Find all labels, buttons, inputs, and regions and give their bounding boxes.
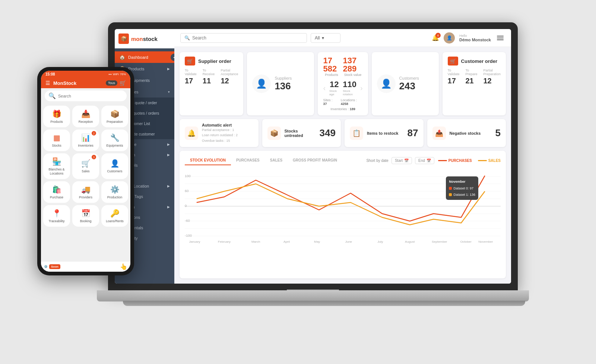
topbar-menu-button[interactable]	[495, 34, 505, 42]
calendar-icon: 📅	[404, 159, 409, 163]
phone-grid-item-products[interactable]: 🎁 Products	[43, 106, 70, 127]
phone-menu-icon[interactable]: ☰	[45, 80, 50, 86]
suppliers-icon: 👤	[252, 74, 271, 93]
tab-stock-evolution[interactable]: STOCK EVOLUTION	[185, 156, 231, 165]
phone-grid-item-reception[interactable]: 📥 Reception	[72, 106, 99, 127]
phone-status-bar: 15:08 ▪▪▪ WiFi 76%	[41, 71, 130, 78]
phone-grid-item-inventories[interactable]: 2 📊 Inventories	[72, 130, 99, 151]
phone-grid-item-booking[interactable]: 📅 Booking	[72, 205, 99, 227]
customer-order-card: 🛒 Customer order To validate 17	[443, 52, 506, 115]
phone-grid-item-stocks[interactable]: ▦ Stocks	[43, 130, 70, 151]
svg-text:March: March	[251, 240, 260, 243]
grid-label: Customers	[107, 169, 122, 173]
chart-end-input[interactable]: End 📅	[415, 157, 434, 164]
settings-icon[interactable]: ⚙️	[44, 265, 48, 268]
chevron-right-icon: ›	[360, 84, 363, 92]
battery-icon: 76%	[120, 73, 126, 76]
restock-title: Items to restock	[367, 131, 404, 135]
sidebar-logo: 📦 monstock	[115, 29, 174, 48]
phone-grid-item-loans[interactable]: 🔑 Loans/Rents	[101, 205, 128, 227]
stock-age-label: Stock age	[329, 89, 339, 96]
age-rotation-row: ‹ 12 Stock age 110 Stock rotation	[323, 80, 362, 96]
untreated-title: Stocks untreated	[285, 129, 316, 138]
filter-select[interactable]: All ▾	[311, 33, 340, 43]
svg-text:February: February	[218, 240, 231, 243]
grid-label: Purchase	[50, 195, 63, 199]
phone-grid-item-purchase[interactable]: 🛍️ Purchase	[43, 181, 70, 203]
phone-body: 15:08 ▪▪▪ WiFi 76% ☰ MonStock Tous 🛒	[37, 67, 134, 275]
chart-legend: PURCHASES SALES	[438, 159, 501, 163]
sites-locations-row: Sites : 37 Locations : 4258	[323, 98, 362, 106]
customer-metric-1: To prepare 21	[465, 68, 477, 85]
phone-grid-item-customers[interactable]: 👤 Customers	[101, 153, 128, 179]
chevron-left-icon: ‹	[323, 84, 326, 92]
notification-bell[interactable]: 🔔 6	[432, 34, 439, 41]
alert-title: Automatic alert	[202, 123, 253, 127]
restock-number: 87	[408, 127, 418, 139]
sidebar-item-dashboard[interactable]: 🏠 Dashboard ◀	[115, 51, 174, 63]
svg-text:-100: -100	[185, 234, 192, 237]
phone-grid-item-branches[interactable]: 🏪 Blanches & Locations	[43, 153, 70, 179]
alert-content: Automatic alert Partial acceptance : 1Lo…	[202, 123, 253, 143]
phone-search[interactable]: 🔍	[45, 90, 127, 101]
traceability-icon: 📍	[52, 209, 61, 218]
scene: 📦 monstock 🏠 Dashboard ◀	[0, 0, 596, 364]
phone-cursor-icon: 👆	[120, 263, 127, 270]
stock-rotation-label: Stock rotation	[343, 89, 356, 96]
svg-text:September: September	[432, 240, 447, 243]
arrow-icon: ▾	[168, 90, 170, 94]
search-box[interactable]: 🔍	[180, 33, 307, 43]
grid-label: Production	[107, 195, 123, 199]
negative-content: Negative stocks	[450, 131, 492, 135]
customers-card: 👤 Customers 243	[372, 52, 439, 115]
chart-start-input[interactable]: Start 📅	[391, 157, 412, 164]
grid-label: Blanches & Locations	[45, 167, 69, 175]
suppliers-label: Suppliers	[275, 76, 292, 80]
laptop-base-bottom	[123, 301, 525, 306]
metric-label: Partial preparation	[483, 68, 501, 76]
arrow-icon: ▶	[167, 205, 170, 209]
alert-row: 🔔 Automatic alert Partial acceptance : 1…	[180, 119, 506, 147]
logo-icon: 📦	[118, 33, 129, 44]
search-input[interactable]	[192, 35, 303, 41]
customers-value: 243	[399, 80, 419, 92]
grid-label: Stocks	[52, 144, 61, 147]
items-restock-card: 📋 Items to restock 87	[345, 119, 424, 147]
collapse-btn[interactable]: ◀	[171, 54, 174, 61]
arrow-icon: ▶	[167, 143, 170, 146]
phone-grid-item-sales[interactable]: 3 🛒 Sales	[72, 153, 99, 179]
metric-value: 12	[483, 77, 501, 85]
phone-cart-icon[interactable]: 🛒	[120, 80, 126, 86]
grid-label: Products	[50, 120, 63, 124]
phone-grid-item-providers[interactable]: 🚚 Providers	[72, 181, 99, 203]
notification-badge: 6	[435, 33, 441, 38]
phone-grid-item-production[interactable]: ⚙️ Production	[101, 181, 128, 203]
dashboard: 🛒 Supplier order To validate 17	[174, 47, 511, 284]
user-name: Démo Monstock	[459, 38, 491, 42]
suppliers-info: Suppliers 136	[275, 76, 292, 92]
tab-gross-profit[interactable]: GROSS PROFIT MARGIN	[288, 156, 342, 165]
restock-content: Items to restock	[367, 131, 404, 135]
phone-screen: 15:08 ▪▪▪ WiFi 76% ☰ MonStock Tous 🛒	[41, 71, 130, 272]
tab-purchases[interactable]: PURCHASES	[231, 156, 265, 165]
phone-search-input[interactable]	[58, 94, 123, 98]
calendar-icon: 📅	[427, 159, 431, 163]
phone-grid-item-equipments[interactable]: 🔧 Equipments	[101, 130, 128, 151]
arrow-icon: ▶	[167, 67, 170, 71]
grid-label: Sales	[82, 169, 89, 173]
tab-sales[interactable]: SALES	[265, 156, 288, 165]
logo-text: monstock	[131, 36, 158, 42]
untreated-content: Stocks untreated	[285, 129, 316, 138]
phone-filter-badge[interactable]: Tous	[106, 80, 117, 86]
customers-info: Customers 243	[399, 76, 419, 92]
tooltip-dot-1	[449, 193, 452, 196]
stats-row: 🛒 Supplier order To validate 17	[180, 52, 506, 115]
products-icon: 🎁	[52, 109, 61, 118]
phone-grid-item-preparation[interactable]: 📦 Preparation	[101, 106, 128, 127]
stock-age-value: 12	[330, 80, 339, 89]
phone-grid: 🎁 Products 📥 Reception 📦 Preparation ▦ S…	[41, 103, 130, 261]
metric-label: To validate	[185, 68, 197, 76]
phone-grid-item-traceability[interactable]: 📍 Traceability	[43, 205, 70, 227]
arrow-icon: ▶	[167, 184, 170, 188]
metric-label: To prepare	[465, 68, 477, 76]
